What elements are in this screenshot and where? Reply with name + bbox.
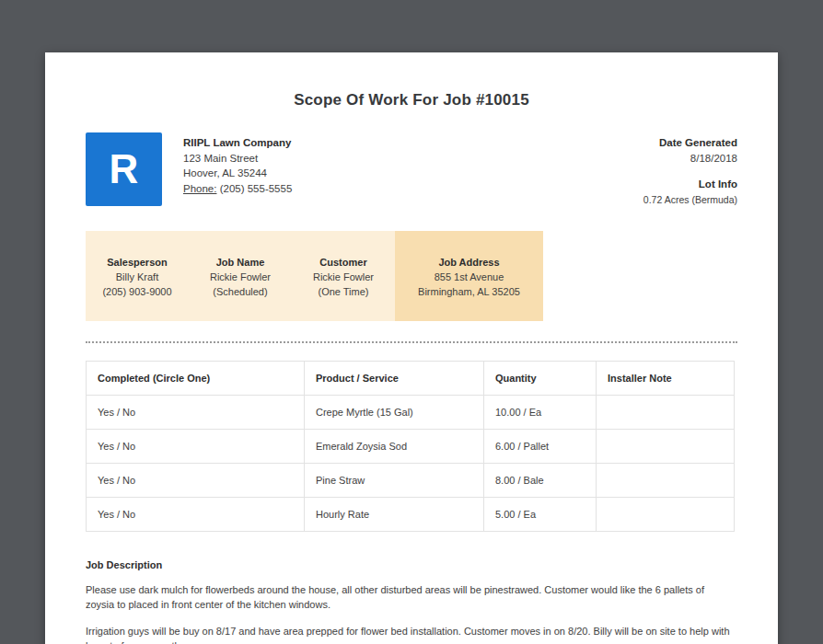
band-col-job-address: Job Address 855 1st Avenue Birmingham, A… (395, 231, 543, 321)
cell-installer-note (597, 498, 735, 532)
cell-installer-note (597, 430, 735, 464)
band-label: Salesperson (86, 255, 189, 270)
header-quantity: Quantity (484, 362, 597, 396)
cell-completed: Yes / No (87, 396, 305, 430)
cell-completed: Yes / No (87, 430, 305, 464)
document-meta: Date Generated 8/18/2018 Lot Info 0.72 A… (643, 132, 737, 207)
table-row: Yes / No Emerald Zoysia Sod 6.00 / Palle… (87, 430, 735, 464)
lot-info-label: Lot Info (643, 177, 737, 192)
table-row: Yes / No Crepe Myrtle (15 Gal) 10.00 / E… (87, 396, 735, 430)
cell-installer-note (597, 464, 735, 498)
cell-product: Pine Straw (305, 464, 484, 498)
header-product-service: Product / Service (305, 362, 484, 396)
band-label: Job Name (189, 255, 292, 270)
scope-of-work-table: Completed (Circle One) Product / Service… (86, 361, 735, 532)
table-header-row: Completed (Circle One) Product / Service… (87, 362, 735, 396)
lot-info-value: 0.72 Acres (Bermuda) (643, 192, 737, 208)
document-page: Scope Of Work For Job #10015 R RIIPL Law… (45, 52, 778, 644)
company-phone: Phone: (205) 555-5555 (183, 181, 292, 197)
date-generated-label: Date Generated (643, 135, 737, 151)
band-value: (One Time) (292, 284, 395, 299)
table-row: Yes / No Hourly Rate 5.00 / Ea (87, 498, 735, 532)
phone-value: (205) 555-5555 (220, 183, 293, 194)
company-name: RIIPL Lawn Company (183, 135, 292, 151)
band-col-salesperson: Salesperson Billy Kraft (205) 903-9000 (86, 231, 189, 321)
document-header: R RIIPL Lawn Company 123 Main Street Hoo… (86, 132, 737, 207)
table-row: Yes / No Pine Straw 8.00 / Bale (87, 464, 735, 498)
job-info-band: Salesperson Billy Kraft (205) 903-9000 J… (86, 231, 737, 321)
header-completed: Completed (Circle One) (87, 362, 305, 396)
cell-quantity: 6.00 / Pallet (484, 430, 597, 464)
band-col-customer: Customer Rickie Fowler (One Time) (292, 231, 395, 321)
band-label: Customer (292, 255, 395, 270)
band-value: Rickie Fowler (189, 270, 292, 284)
company-address-line2: Hoover, AL 35244 (183, 166, 292, 181)
cell-quantity: 5.00 / Ea (484, 498, 597, 532)
company-info: RIIPL Lawn Company 123 Main Street Hoove… (183, 132, 292, 196)
cell-completed: Yes / No (87, 498, 305, 532)
cell-product: Crepe Myrtle (15 Gal) (305, 396, 484, 430)
band-value: (205) 903-9000 (86, 284, 189, 299)
job-description-section: Job Description Please use dark mulch fo… (86, 559, 734, 644)
job-description-paragraph: Irrigation guys will be buy on 8/17 and … (86, 624, 734, 644)
band-value: Birmingham, AL 35205 (395, 284, 543, 299)
band-value: 855 1st Avenue (395, 270, 543, 284)
band-label: Job Address (395, 255, 543, 270)
page-title: Scope Of Work For Job #10015 (86, 91, 737, 109)
cell-quantity: 10.00 / Ea (484, 396, 597, 430)
band-value: Billy Kraft (86, 270, 189, 284)
phone-label: Phone: (183, 183, 216, 194)
cell-installer-note (597, 396, 735, 430)
header-installer-note: Installer Note (597, 362, 735, 396)
company-logo: R (86, 132, 162, 206)
date-generated-value: 8/18/2018 (643, 151, 737, 167)
cell-product: Emerald Zoysia Sod (305, 430, 484, 464)
job-description-label: Job Description (86, 559, 734, 570)
cell-completed: Yes / No (87, 464, 305, 498)
job-description-paragraph: Please use dark mulch for flowerbeds aro… (86, 582, 734, 612)
company-address-line1: 123 Main Street (183, 151, 292, 167)
logo-letter: R (110, 146, 139, 192)
band-value: (Scheduled) (189, 284, 292, 299)
dotted-divider (86, 341, 737, 343)
band-col-job-name: Job Name Rickie Fowler (Scheduled) (189, 231, 292, 321)
cell-product: Hourly Rate (305, 498, 484, 532)
band-value: Rickie Fowler (292, 270, 395, 284)
cell-quantity: 8.00 / Bale (484, 464, 597, 498)
